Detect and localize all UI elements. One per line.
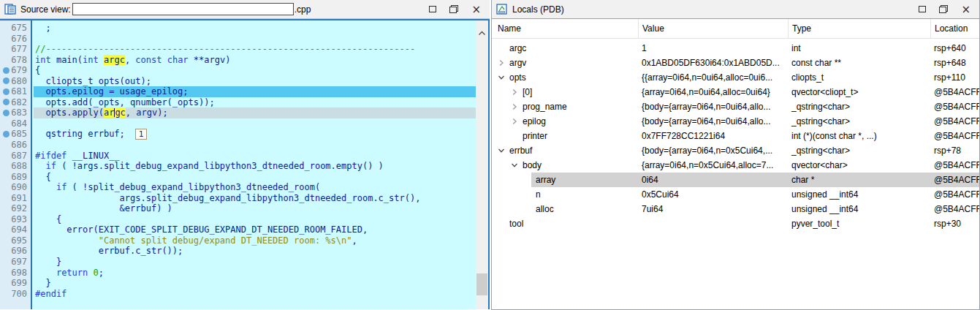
code-line[interactable]: 681 opts.epilog = usage_epilog; — [0, 86, 476, 97]
maximize-button[interactable] — [919, 6, 926, 12]
gutter-cell[interactable]: 686 — [0, 140, 34, 151]
chevron-collapsed-icon[interactable] — [511, 115, 523, 129]
code-line[interactable]: 686 — [0, 140, 476, 151]
breakpoint-icon[interactable] — [3, 110, 10, 116]
code-line[interactable]: 685 qstring errbuf;1 — [0, 129, 476, 140]
chevron-expanded-icon[interactable] — [498, 144, 509, 158]
code-line[interactable]: 683 opts.apply(argc, argv); — [0, 107, 476, 118]
code-line[interactable]: 687#ifdef __LINUX__ — [0, 151, 476, 162]
table-row[interactable]: argv0x1ABD05DF630i64:0x1ABD05D...const c… — [492, 56, 979, 70]
code-line[interactable]: 678int main(int argc, const char **argv) — [0, 55, 476, 66]
gutter-cell[interactable]: 678 — [0, 55, 34, 66]
close-button[interactable]: × — [961, 6, 970, 13]
code-text[interactable]: ; — [34, 23, 476, 34]
code-text[interactable]: opts.add(_opts, qnumber(_opts)); — [34, 97, 476, 108]
table-row[interactable]: [0]{array=0i64,n=0ui64,alloc=0ui64}qvect… — [492, 85, 979, 99]
code-text[interactable]: &errbuf) ) — [34, 203, 476, 214]
gutter-cell[interactable]: 693 — [0, 214, 34, 225]
gutter-cell[interactable]: 690 — [0, 182, 34, 193]
breakpoint-icon[interactable] — [3, 99, 10, 105]
code-text[interactable]: if ( !args.split_debug_expand_libpython3… — [34, 161, 476, 172]
code-text[interactable]: error(EXIT_CODE_SPLIT_DEBUG_EXPAND_DT_NE… — [34, 224, 476, 235]
gutter-cell[interactable]: 688 — [0, 161, 34, 172]
breakpoint-icon[interactable] — [3, 88, 10, 95]
code-line[interactable]: 680 cliopts_t opts(out); — [0, 76, 476, 87]
code-line[interactable]: 677//-----------------------------------… — [0, 44, 476, 55]
gutter-cell[interactable]: 683 — [0, 107, 34, 118]
code-text[interactable] — [34, 34, 476, 45]
code-line[interactable]: 692 &errbuf) ) — [0, 203, 476, 214]
locals-title-bar[interactable]: Locals (PDB) × — [492, 0, 979, 19]
code-text[interactable]: { — [34, 65, 476, 76]
gutter-cell[interactable]: 684 — [0, 118, 34, 129]
code-line[interactable]: 695 "Cannot split debug/expand DT_NEEDED… — [0, 235, 476, 246]
gutter-cell[interactable]: 681 — [0, 86, 34, 97]
gutter-cell[interactable]: 679 — [0, 65, 34, 76]
gutter-cell[interactable]: 687 — [0, 151, 34, 162]
source-title-bar[interactable]: Source view: .cpp × — [0, 0, 490, 19]
code-text[interactable]: return 0; — [34, 268, 476, 279]
gutter-cell[interactable]: 676 — [0, 34, 34, 45]
code-text[interactable]: cliopts_t opts(out); — [34, 76, 476, 87]
table-row[interactable]: prog_name{body={array=0i64,n=0ui64,allo.… — [492, 99, 979, 114]
column-header-location[interactable]: Location — [930, 19, 979, 38]
code-text[interactable] — [34, 118, 476, 129]
gutter-cell[interactable]: 697 — [0, 257, 34, 268]
close-button[interactable]: × — [471, 6, 481, 13]
gutter-cell[interactable]: 700 — [0, 289, 34, 300]
breakpoint-icon[interactable] — [3, 67, 10, 74]
scrollbar-thumb[interactable] — [476, 273, 487, 295]
code-text[interactable]: args.split_debug_expand_libpython3_dtnee… — [34, 193, 476, 204]
column-header-type[interactable]: Type — [788, 19, 930, 38]
code-text[interactable]: } — [34, 278, 476, 289]
breakpoint-icon[interactable] — [3, 78, 10, 84]
table-row[interactable]: n0x5Cui64unsigned __int64@5B4ACFF5 — [492, 187, 979, 202]
gutter-cell[interactable]: 682 — [0, 97, 34, 108]
code-line[interactable]: 699 } — [0, 278, 476, 289]
code-line[interactable]: 684 — [0, 118, 476, 129]
code-text[interactable]: } — [34, 257, 476, 268]
code-area[interactable]: 675 ;676677//---------------------------… — [0, 20, 476, 309]
table-row[interactable]: argc1intrsp+640 — [492, 41, 979, 56]
chevron-expanded-icon[interactable] — [498, 71, 509, 85]
restore-button[interactable] — [939, 5, 948, 13]
vertical-scrollbar[interactable] — [476, 20, 488, 309]
gutter-cell[interactable]: 675 — [0, 23, 34, 34]
chevron-collapsed-icon[interactable] — [511, 100, 523, 114]
code-text[interactable]: errbuf.c_str()); — [34, 246, 476, 257]
gutter-cell[interactable]: 692 — [0, 203, 34, 214]
code-text[interactable]: opts.epilog = usage_epilog; — [34, 86, 476, 97]
restore-button[interactable] — [449, 5, 458, 13]
code-text[interactable]: opts.apply(argc, argv); — [34, 107, 476, 118]
table-row[interactable]: errbuf{body={array=0i64,n=0x5Cui64,..._q… — [492, 143, 979, 158]
code-text[interactable]: { — [34, 214, 476, 225]
code-line[interactable]: 696 errbuf.c_str()); — [0, 246, 476, 257]
code-line[interactable]: 689 { — [0, 172, 476, 183]
table-row[interactable]: printer0x7FF728CC1221i64int (*)(const ch… — [492, 129, 979, 143]
code-text[interactable]: qstring errbuf;1 — [34, 129, 476, 140]
table-row[interactable]: alloc7ui64unsigned __int64@5B4ACFF5 — [492, 202, 979, 216]
table-row[interactable]: epilog{body={array=0i64,n=0ui64,allo..._… — [492, 114, 979, 129]
code-line[interactable]: 682 opts.add(_opts, qnumber(_opts)); — [0, 97, 476, 108]
code-line[interactable]: 688 if ( !args.split_debug_expand_libpyt… — [0, 161, 476, 172]
code-line[interactable]: 694 error(EXIT_CODE_SPLIT_DEBUG_EXPAND_D… — [0, 224, 476, 235]
code-line[interactable]: 675 ; — [0, 23, 476, 34]
code-text[interactable]: { — [34, 172, 476, 183]
chevron-collapsed-icon[interactable] — [498, 56, 509, 70]
gutter-cell[interactable]: 699 — [0, 278, 34, 289]
code-line[interactable]: 693 { — [0, 214, 476, 225]
scroll-up-icon[interactable] — [478, 26, 486, 39]
code-text[interactable]: int main(int argc, const char **argv) — [34, 55, 476, 66]
code-text[interactable]: "Cannot split debug/expand DT_NEEDED roo… — [34, 235, 476, 246]
code-line[interactable]: 690 if ( !split_debug_expand_libpython3_… — [0, 182, 476, 193]
code-text[interactable]: if ( !split_debug_expand_libpython3_dtne… — [34, 182, 476, 193]
code-text[interactable]: #ifdef __LINUX__ — [34, 151, 476, 162]
code-line[interactable]: 698 return 0; — [0, 268, 476, 279]
table-row[interactable]: opts{{array=0i64,n=0ui64,alloc=0ui6...cl… — [492, 70, 979, 85]
chevron-expanded-icon[interactable] — [511, 159, 523, 173]
gutter-cell[interactable]: 696 — [0, 246, 34, 257]
code-line[interactable]: 676 — [0, 34, 476, 45]
code-text[interactable]: //--------------------------------------… — [34, 44, 476, 55]
code-line[interactable]: 691 args.split_debug_expand_libpython3_d… — [0, 193, 476, 204]
chevron-collapsed-icon[interactable] — [511, 86, 523, 99]
